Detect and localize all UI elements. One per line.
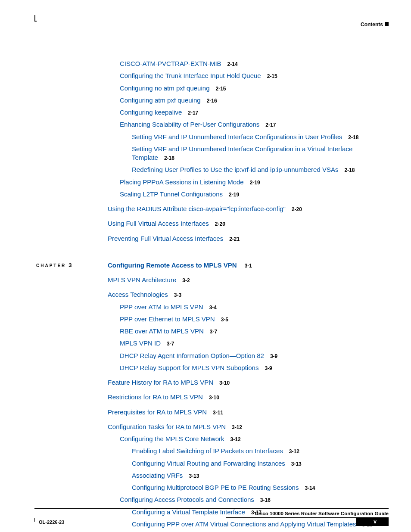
toc-link[interactable]: Scaling L2TP Tunnel Configurations (120, 190, 223, 198)
toc-entry: Enabling Label Switching of IP Packets o… (120, 447, 389, 455)
page-number-badge: v (356, 517, 389, 526)
toc-link[interactable]: CISCO-ATM-PVCTRAP-EXTN-MIB (120, 60, 221, 67)
toc-page: 2-18 (164, 155, 174, 161)
toc-link[interactable]: PPP over ATM to MPLS VPN (120, 303, 203, 311)
toc-entry: Placing PPPoA Sessions in Listening Mode… (120, 178, 389, 187)
toc-page: 3-5 (221, 317, 228, 323)
toc-entry: CISCO-ATM-PVCTRAP-EXTN-MIB2-14 (120, 59, 389, 68)
toc-entry: Restrictions for RA to MPLS VPN3-10 (108, 393, 389, 401)
footer-left-tick (34, 518, 35, 522)
toc-link[interactable]: PPP over Ethernet to MPLS VPN (120, 315, 215, 323)
toc-entry: Associating VRFs3-13 (120, 471, 389, 480)
toc-link[interactable]: Using Full Virtual Access Interfaces (108, 220, 209, 227)
toc-page: 3-7 (167, 341, 174, 347)
toc-link[interactable]: Enabling Label Switching of IP Packets o… (132, 447, 283, 454)
toc-entry: Using Full Virtual Access Interfaces2-20 (108, 219, 389, 228)
toc-link[interactable]: Configuring a Virtual Template Interface (132, 508, 245, 516)
toc-link[interactable]: DHCP Relay Support for MPLS VPN Suboptio… (120, 364, 258, 371)
toc-link[interactable]: Preventing Full Virtual Access Interface… (108, 235, 223, 242)
toc-entry: PPP over Ethernet to MPLS VPN3-5 (120, 315, 389, 324)
toc-page: 2-17 (188, 110, 198, 116)
toc-link[interactable]: Setting VRF and IP Unnumbered Interface … (132, 133, 342, 140)
footer-guide-title: Cisco 10000 Series Router Software Confi… (255, 511, 389, 516)
toc-entry: MPLS VPN Architecture3-2 (108, 276, 389, 284)
toc-link[interactable]: Configuring Virtual Routing and Forwardi… (132, 460, 285, 467)
toc-entry: Access Technologies3-3 (108, 290, 389, 299)
toc-link[interactable]: Feature History for RA to MPLS VPN (108, 379, 213, 386)
toc-page: 3-9 (270, 353, 277, 359)
toc-link[interactable]: RBE over ATM to MPLS VPN (120, 327, 204, 335)
toc-link[interactable]: Enhancing Scalability of Per-User Config… (120, 121, 259, 128)
toc-entry: Scaling L2TP Tunnel Configurations2-19 (120, 190, 389, 199)
toc-page: 3-4 (209, 305, 217, 311)
toc-page: 2-18 (344, 167, 355, 173)
chapter-title-page: 3-1 (245, 263, 252, 269)
toc-entry: Setting VRF and IP Unnumbered Interface … (120, 145, 389, 162)
toc-entry: Configuring no atm pxf queuing2-15 (120, 84, 389, 93)
header-marker-box (385, 22, 389, 26)
toc-link[interactable]: Using the RADIUS Attribute cisco-avpair=… (108, 205, 286, 212)
chapter-title-link[interactable]: Configuring Remote Access to MPLS VPN (108, 261, 237, 269)
toc-link[interactable]: Prerequisites for RA to MPLS VPN (108, 408, 207, 416)
toc-entry: Configuring Virtual Routing and Forwardi… (120, 459, 389, 468)
toc-link[interactable]: Configuring PPP over ATM Virtual Connect… (132, 520, 356, 528)
toc-entry: MPLS VPN ID3-7 (120, 339, 389, 348)
toc-page: 2-15 (267, 73, 277, 79)
toc-link[interactable]: Access Technologies (108, 291, 168, 298)
toc-link[interactable]: MPLS VPN ID (120, 339, 161, 347)
toc-page: 3-13 (189, 473, 199, 479)
toc-link[interactable]: Configuring keepalive (120, 109, 182, 116)
toc-link[interactable]: Configuring Multiprotocol BGP PE to PE R… (132, 484, 299, 491)
toc-entry: Redefining User Profiles to Use the ip:v… (120, 165, 389, 174)
toc-link[interactable]: DHCP Relay Agent Information Option—Opti… (120, 352, 264, 359)
toc-page: 3-16 (260, 497, 271, 503)
header-section-label: Contents (361, 22, 383, 28)
toc-link[interactable]: Restrictions for RA to MPLS VPN (108, 393, 203, 401)
toc-page: 3-12 (289, 448, 299, 454)
footer-left-rule (34, 518, 73, 518)
toc-entry: Configuring Access Protocols and Connect… (120, 495, 389, 504)
chapter-number: 3 (68, 262, 72, 268)
toc-page: 3-14 (305, 485, 315, 491)
chapter-label: CHAPTER 3 (36, 262, 72, 268)
toc-entry: Configuring Multiprotocol BGP PE to PE R… (120, 483, 389, 492)
toc-entry: Prerequisites for RA to MPLS VPN3-11 (108, 408, 389, 417)
toc-page: 3-9 (265, 365, 272, 371)
toc-entry: Using the RADIUS Attribute cisco-avpair=… (108, 205, 389, 213)
toc-page: 2-14 (227, 61, 238, 67)
toc-entry: RBE over ATM to MPLS VPN3-7 (120, 327, 389, 336)
toc-page: 2-20 (292, 206, 302, 212)
toc-link[interactable]: Configuring the Trunk Interface Input Ho… (120, 72, 261, 79)
crop-mark-h (34, 21, 37, 22)
toc-entry: Configuring PPP over ATM Virtual Connect… (120, 520, 389, 529)
toc-link[interactable]: MPLS VPN Architecture (108, 276, 176, 283)
toc-link[interactable]: Configuration Tasks for RA to MPLS VPN (108, 423, 226, 430)
toc-entry: PPP over ATM to MPLS VPN3-4 (120, 303, 389, 311)
toc-link[interactable]: Redefining User Profiles to Use the ip:v… (132, 166, 338, 173)
toc-link[interactable]: Configuring no atm pxf queuing (120, 84, 209, 92)
toc-entry: Configuration Tasks for RA to MPLS VPN3-… (108, 423, 389, 431)
toc-entry: Enhancing Scalability of Per-User Config… (120, 120, 389, 129)
toc-entry: Preventing Full Virtual Access Interface… (108, 234, 389, 243)
chapter-title-row: Configuring Remote Access to MPLS VPN 3-… (108, 261, 389, 270)
toc-page: 3-12 (232, 424, 242, 430)
toc-link[interactable]: Placing PPPoA Sessions in Listening Mode (120, 178, 244, 186)
toc-entry: Feature History for RA to MPLS VPN3-10 (108, 378, 389, 387)
toc-page: 2-20 (215, 221, 225, 227)
toc-page: 2-16 (207, 98, 217, 104)
toc-content: CISCO-ATM-PVCTRAP-EXTN-MIB2-14Configurin… (0, 59, 411, 532)
toc-page: 2-17 (265, 122, 276, 128)
toc-page: 3-10 (209, 395, 219, 401)
toc-page: 2-15 (215, 86, 226, 92)
toc-page: 3-10 (219, 380, 230, 386)
chapter-prefix: CHAPTER (36, 263, 66, 268)
toc-entry: Setting VRF and IP Unnumbered Interface … (120, 133, 389, 141)
toc-link[interactable]: Configuring the MPLS Core Network (120, 435, 224, 442)
toc-page: 2-19 (229, 192, 239, 198)
toc-entry: Configuring the MPLS Core Network3-12 (120, 435, 389, 443)
toc-link[interactable]: Configuring atm pxf queuing (120, 96, 201, 104)
toc-link[interactable]: Configuring Access Protocols and Connect… (120, 496, 254, 503)
toc-page: 3-2 (182, 277, 190, 283)
toc-page: 2-19 (250, 180, 260, 186)
toc-link[interactable]: Associating VRFs (132, 472, 183, 479)
